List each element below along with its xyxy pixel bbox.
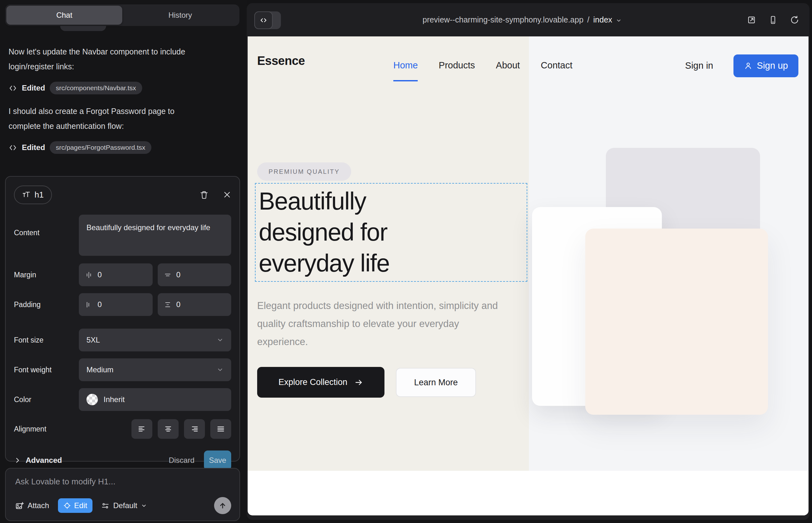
font-weight-field-row: Font weight Medium: [14, 358, 231, 381]
discard-button[interactable]: Discard: [169, 456, 194, 465]
mode-label: Default: [113, 501, 137, 510]
save-button[interactable]: Save: [204, 451, 231, 470]
arrow-right-icon: [354, 378, 363, 387]
url-host: preview--charming-site-symphony.lovable.…: [422, 15, 583, 24]
chevron-down-icon: [217, 337, 224, 343]
advanced-label: Advanced: [26, 456, 62, 465]
tab-history[interactable]: History: [122, 6, 238, 25]
padding-x-input[interactable]: 0: [79, 293, 153, 316]
url-bar[interactable]: preview--charming-site-symphony.lovable.…: [422, 3, 622, 36]
url-separator: /: [587, 15, 589, 24]
cta-primary-label: Explore Collection: [278, 377, 348, 387]
margin-x-value: 0: [98, 270, 102, 279]
font-size-label: Font size: [14, 336, 79, 344]
nav-link-products[interactable]: Products: [439, 60, 475, 71]
nav-link-home[interactable]: Home: [393, 60, 418, 71]
editor-footer: Advanced Discard Save: [14, 450, 231, 470]
font-weight-select[interactable]: Medium: [79, 358, 231, 381]
padding-vertical-icon: [164, 301, 171, 308]
code-icon: [254, 12, 273, 29]
file-edit-row: Edited src/components/Navbar.tsx: [8, 82, 236, 94]
type-icon: [22, 191, 30, 199]
chevron-down-icon[interactable]: [616, 18, 622, 23]
chat-message: Now let's update the Navbar component to…: [8, 44, 203, 74]
chevron-right-icon: [14, 457, 21, 464]
hero-cta-row: Explore Collection Learn More: [257, 367, 476, 398]
edited-label: Edited: [22, 143, 45, 152]
content-field-row: Content Beautifully designed for everyda…: [14, 215, 231, 256]
color-field-row: Color Inherit: [14, 388, 231, 411]
content-label: Content: [14, 229, 79, 237]
chat-message-list: Now let's update the Navbar component to…: [8, 44, 236, 163]
font-size-select[interactable]: 5XL: [79, 329, 231, 351]
align-right-button[interactable]: [184, 419, 205, 439]
color-select[interactable]: Inherit: [79, 388, 231, 411]
code-preview-toggle[interactable]: [254, 12, 281, 29]
mobile-view-icon[interactable]: [768, 15, 778, 25]
advanced-toggle[interactable]: Advanced: [14, 456, 62, 465]
padding-label: Padding: [14, 301, 79, 309]
open-in-new-tab-icon[interactable]: [747, 15, 756, 25]
editor-header: h1: [14, 184, 231, 205]
sliders-icon: [101, 502, 109, 510]
sidebar-tab-bar: Chat History: [5, 4, 240, 26]
scrolled-chip-partial: [60, 26, 106, 31]
attach-button[interactable]: Attach: [15, 501, 49, 510]
margin-horizontal-icon: [85, 271, 92, 278]
margin-y-input[interactable]: 0: [158, 264, 231, 286]
arrow-up-icon: [218, 502, 227, 510]
element-tag-label: h1: [35, 190, 44, 200]
padding-y-input[interactable]: 0: [158, 293, 231, 316]
file-chip[interactable]: src/components/Navbar.tsx: [50, 82, 142, 94]
padding-x-value: 0: [98, 300, 102, 309]
delete-element-button[interactable]: [200, 191, 208, 199]
mode-dropdown[interactable]: Default: [101, 501, 147, 510]
chat-composer[interactable]: Ask Lovable to modify H1... Attach Edit: [5, 468, 240, 521]
align-left-button[interactable]: [131, 419, 152, 439]
hero-badge: PREMIUM QUALITY: [257, 162, 351, 181]
attach-label: Attach: [28, 501, 49, 510]
margin-field-row: Margin 0 0: [14, 264, 231, 286]
margin-vertical-icon: [164, 271, 171, 278]
align-center-button[interactable]: [158, 419, 179, 439]
preview-browser-frame: preview--charming-site-symphony.lovable.…: [247, 3, 810, 520]
file-chip[interactable]: src/pages/ForgotPassword.tsx: [50, 141, 151, 154]
alignment-field-row: Alignment: [14, 419, 231, 439]
font-weight-label: Font weight: [14, 366, 79, 374]
font-weight-value: Medium: [86, 365, 113, 374]
color-swatch: [86, 394, 98, 405]
send-button[interactable]: [214, 497, 231, 514]
site-viewport: Essence Home Products About Contact Sign…: [248, 36, 809, 516]
font-size-value: 5XL: [86, 336, 100, 344]
margin-y-value: 0: [176, 270, 180, 279]
align-justify-button[interactable]: [210, 419, 231, 439]
font-size-field-row: Font size 5XL: [14, 329, 231, 351]
nav-link-contact[interactable]: Contact: [541, 60, 572, 71]
selected-h1-outline[interactable]: Beautifully designed for everyday life: [255, 183, 527, 282]
selected-element-pill[interactable]: h1: [14, 185, 52, 204]
sign-up-button[interactable]: Sign up: [734, 54, 798, 77]
learn-more-button[interactable]: Learn More: [396, 368, 476, 397]
edit-label: Edit: [74, 501, 87, 510]
explore-collection-button[interactable]: Explore Collection: [257, 367, 385, 398]
site-logo[interactable]: Essence: [257, 54, 305, 68]
close-panel-button[interactable]: [223, 191, 231, 199]
tab-chat[interactable]: Chat: [6, 6, 122, 25]
nav-link-about[interactable]: About: [496, 60, 520, 71]
chat-sidebar: Chat History Now let's update the Navbar…: [0, 0, 247, 523]
hero-heading[interactable]: Beautifully designed for everyday life: [259, 185, 390, 278]
file-edit-row: Edited src/pages/ForgotPassword.tsx: [8, 141, 236, 154]
code-icon: [8, 143, 17, 152]
color-label: Color: [14, 395, 79, 404]
padding-horizontal-icon: [85, 301, 92, 308]
refresh-icon[interactable]: [790, 15, 799, 25]
color-value: Inherit: [104, 395, 125, 404]
user-icon: [744, 61, 753, 70]
sign-in-link[interactable]: Sign in: [685, 60, 713, 71]
margin-x-input[interactable]: 0: [79, 264, 153, 286]
code-icon: [8, 84, 17, 92]
content-textarea[interactable]: Beautifully designed for everyday life: [79, 215, 231, 256]
edit-mode-button[interactable]: Edit: [58, 498, 92, 513]
site-nav-links: Home Products About Contact: [393, 36, 572, 95]
composer-input[interactable]: Ask Lovable to modify H1...: [15, 477, 230, 487]
